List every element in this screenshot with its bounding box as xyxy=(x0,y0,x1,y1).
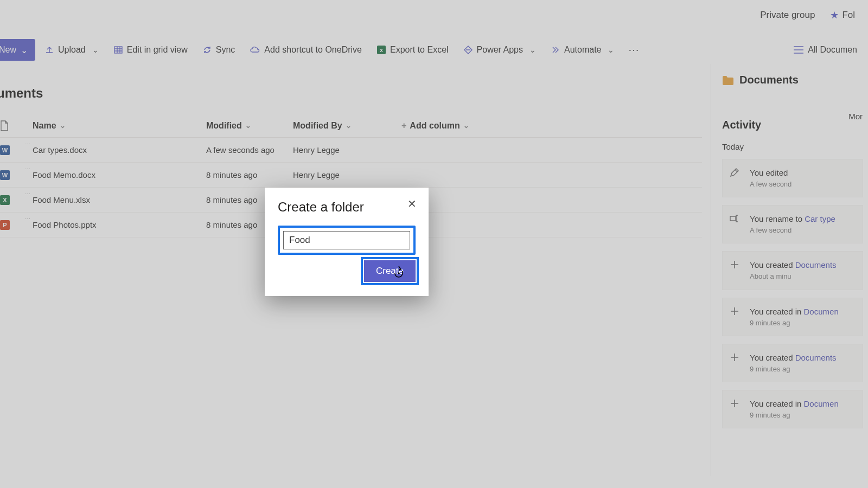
create-folder-dialog: Create a folder ✕ Create xyxy=(265,188,429,296)
folder-name-input-highlight xyxy=(278,226,416,255)
close-icon[interactable]: ✕ xyxy=(403,195,421,213)
app-root: Private group ★ Fol New ⌄ Upload Edit in… xyxy=(0,0,868,488)
create-button[interactable]: Create xyxy=(364,260,416,282)
dialog-title: Create a folder xyxy=(278,200,416,215)
folder-name-input[interactable] xyxy=(283,231,410,249)
modal-scrim[interactable] xyxy=(0,0,868,488)
